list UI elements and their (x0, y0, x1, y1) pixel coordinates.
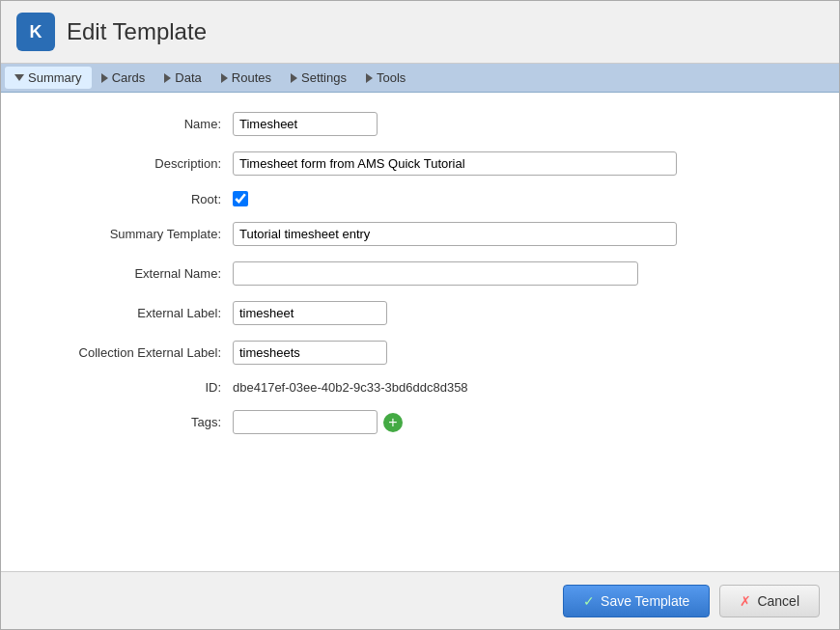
app-logo: K (16, 13, 55, 51)
name-label: Name: (40, 117, 233, 131)
title-bar: K Edit Template (1, 1, 839, 64)
main-window: K Edit Template Summary Cards Data Route… (0, 0, 840, 630)
tags-row: Tags: + (40, 410, 800, 434)
page-title: Edit Template (67, 18, 207, 45)
summary-template-row: Summary Template: (40, 222, 800, 246)
tab-settings[interactable]: Settings (281, 67, 356, 89)
tags-label: Tags: (40, 415, 233, 429)
summary-arrow-icon (14, 74, 24, 81)
name-field[interactable] (233, 112, 378, 136)
tab-routes[interactable]: Routes (211, 67, 281, 89)
data-arrow-icon (164, 73, 171, 83)
collection-external-label-field[interactable] (233, 341, 387, 365)
id-label: ID: (40, 380, 233, 395)
tab-bar: Summary Cards Data Routes Settings Tools (1, 64, 839, 93)
tools-arrow-icon (366, 73, 373, 83)
external-label-field[interactable] (233, 301, 387, 325)
tab-summary[interactable]: Summary (5, 67, 92, 89)
tab-routes-label: Routes (232, 70, 271, 85)
id-value: dbe417ef-03ee-40b2-9c33-3bd6ddc8d358 (233, 380, 468, 395)
tab-summary-label: Summary (28, 70, 82, 85)
collection-external-label-row: Collection External Label: (40, 341, 800, 365)
description-field[interactable] (233, 151, 677, 176)
tab-cards-label: Cards (112, 70, 146, 85)
root-label: Root: (40, 192, 233, 206)
name-row: Name: (40, 112, 800, 136)
add-tag-button[interactable]: + (383, 413, 403, 432)
cancel-button[interactable]: ✗ Cancel (719, 585, 820, 617)
footer: ✓ Save Template ✗ Cancel (1, 571, 839, 629)
routes-arrow-icon (221, 73, 228, 83)
tab-data-label: Data (175, 70, 201, 85)
save-label: Save Template (601, 593, 689, 609)
collection-external-label-label: Collection External Label: (40, 345, 233, 360)
root-checkbox[interactable] (233, 191, 248, 206)
root-checkbox-wrap (233, 191, 248, 206)
external-name-field[interactable] (233, 261, 638, 286)
root-row: Root: (40, 191, 800, 206)
description-row: Description: (40, 151, 800, 176)
tab-tools-label: Tools (377, 70, 406, 85)
tab-cards[interactable]: Cards (92, 67, 155, 89)
tab-data[interactable]: Data (154, 67, 210, 89)
cancel-x-icon: ✗ (740, 593, 751, 609)
external-label-label: External Label: (40, 306, 233, 320)
external-name-row: External Name: (40, 261, 800, 286)
save-check-icon: ✓ (583, 593, 595, 609)
tab-settings-label: Settings (301, 70, 347, 85)
external-label-row: External Label: (40, 301, 800, 325)
cards-arrow-icon (101, 73, 108, 83)
cancel-label: Cancel (757, 593, 799, 609)
settings-arrow-icon (291, 73, 297, 83)
id-row: ID: dbe417ef-03ee-40b2-9c33-3bd6ddc8d358 (40, 380, 800, 395)
save-button[interactable]: ✓ Save Template (563, 585, 710, 617)
form-content: Name: Description: Root: Summary Templat… (1, 93, 839, 571)
description-label: Description: (40, 156, 233, 171)
summary-template-field[interactable] (233, 222, 677, 246)
tags-field[interactable] (233, 410, 378, 434)
summary-template-label: Summary Template: (40, 227, 233, 241)
external-name-label: External Name: (40, 266, 233, 281)
tab-tools[interactable]: Tools (356, 67, 415, 89)
